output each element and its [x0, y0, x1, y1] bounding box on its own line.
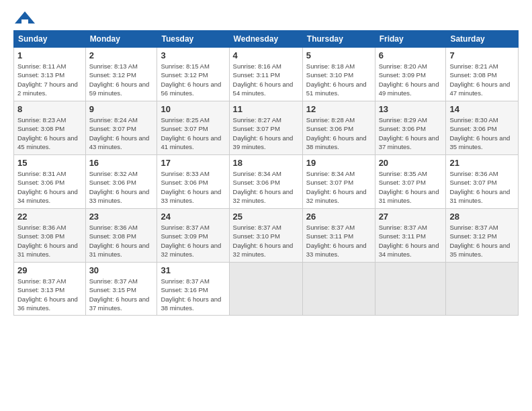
day-number: 19 — [306, 158, 371, 168]
day-number: 8 — [17, 104, 82, 114]
col-wednesday: Wednesday — [229, 31, 302, 48]
page-container: Sunday Monday Tuesday Wednesday Thursday… — [0, 0, 532, 322]
day-number: 29 — [17, 265, 82, 275]
day-detail: Sunrise: 8:23 AM Sunset: 3:08 PM Dayligh… — [17, 116, 82, 151]
calendar-cell: 23 Sunrise: 8:36 AM Sunset: 3:08 PM Dayl… — [85, 209, 157, 263]
day-detail: Sunrise: 8:11 AM Sunset: 3:13 PM Dayligh… — [17, 62, 82, 97]
calendar-cell: 26 Sunrise: 8:37 AM Sunset: 3:11 PM Dayl… — [302, 209, 375, 263]
calendar-table: Sunday Monday Tuesday Wednesday Thursday… — [13, 30, 519, 316]
day-number: 31 — [161, 265, 225, 275]
day-number: 1 — [17, 50, 82, 60]
col-tuesday: Tuesday — [157, 31, 229, 48]
day-detail: Sunrise: 8:37 AM Sunset: 3:12 PM Dayligh… — [449, 223, 515, 259]
day-detail: Sunrise: 8:36 AM Sunset: 3:08 PM Dayligh… — [89, 223, 154, 259]
calendar-header-row: Sunday Monday Tuesday Wednesday Thursday… — [14, 31, 519, 48]
calendar-cell: 28 Sunrise: 8:37 AM Sunset: 3:12 PM Dayl… — [446, 209, 519, 263]
calendar-cell: 18 Sunrise: 8:34 AM Sunset: 3:06 PM Dayl… — [229, 155, 302, 209]
day-detail: Sunrise: 8:37 AM Sunset: 3:10 PM Dayligh… — [233, 223, 299, 259]
day-detail: Sunrise: 8:20 AM Sunset: 3:09 PM Dayligh… — [379, 62, 443, 97]
col-monday: Monday — [85, 31, 157, 48]
calendar-cell — [229, 263, 302, 316]
day-detail: Sunrise: 8:37 AM Sunset: 3:15 PM Dayligh… — [89, 277, 154, 312]
day-detail: Sunrise: 8:35 AM Sunset: 3:07 PM Dayligh… — [379, 169, 443, 205]
day-detail: Sunrise: 8:13 AM Sunset: 3:12 PM Dayligh… — [89, 62, 154, 97]
calendar-cell: 13 Sunrise: 8:29 AM Sunset: 3:06 PM Dayl… — [375, 101, 446, 155]
day-number: 22 — [17, 212, 82, 222]
logo — [13, 10, 35, 24]
col-friday: Friday — [375, 31, 446, 48]
day-detail: Sunrise: 8:34 AM Sunset: 3:07 PM Dayligh… — [306, 169, 371, 205]
day-number: 17 — [161, 158, 225, 168]
day-number: 18 — [233, 158, 299, 168]
calendar-cell: 22 Sunrise: 8:36 AM Sunset: 3:08 PM Dayl… — [14, 209, 86, 263]
day-number: 9 — [89, 104, 154, 114]
svg-rect-1 — [21, 19, 28, 24]
day-number: 20 — [379, 158, 443, 168]
day-detail: Sunrise: 8:36 AM Sunset: 3:07 PM Dayligh… — [449, 169, 515, 205]
calendar-cell: 10 Sunrise: 8:25 AM Sunset: 3:07 PM Dayl… — [157, 101, 229, 155]
day-detail: Sunrise: 8:36 AM Sunset: 3:08 PM Dayligh… — [17, 223, 82, 259]
calendar-cell: 2 Sunrise: 8:13 AM Sunset: 3:12 PM Dayli… — [85, 48, 157, 101]
day-detail: Sunrise: 8:25 AM Sunset: 3:07 PM Dayligh… — [161, 116, 225, 151]
day-detail: Sunrise: 8:34 AM Sunset: 3:06 PM Dayligh… — [233, 169, 299, 205]
day-number: 26 — [306, 212, 371, 222]
day-number: 12 — [306, 104, 371, 114]
day-detail: Sunrise: 8:37 AM Sunset: 3:13 PM Dayligh… — [17, 277, 82, 312]
calendar-cell: 17 Sunrise: 8:33 AM Sunset: 3:06 PM Dayl… — [157, 155, 229, 209]
day-number: 15 — [17, 158, 82, 168]
day-detail: Sunrise: 8:37 AM Sunset: 3:11 PM Dayligh… — [379, 223, 443, 259]
calendar-cell: 3 Sunrise: 8:15 AM Sunset: 3:12 PM Dayli… — [157, 48, 229, 101]
day-detail: Sunrise: 8:37 AM Sunset: 3:09 PM Dayligh… — [161, 223, 225, 259]
day-number: 11 — [233, 104, 299, 114]
calendar-cell: 11 Sunrise: 8:27 AM Sunset: 3:07 PM Dayl… — [229, 101, 302, 155]
col-thursday: Thursday — [302, 31, 375, 48]
calendar-cell — [446, 263, 519, 316]
day-number: 27 — [379, 212, 443, 222]
day-number: 13 — [379, 104, 443, 114]
col-sunday: Sunday — [14, 31, 86, 48]
calendar-cell: 20 Sunrise: 8:35 AM Sunset: 3:07 PM Dayl… — [375, 155, 446, 209]
calendar-cell: 7 Sunrise: 8:21 AM Sunset: 3:08 PM Dayli… — [446, 48, 519, 101]
calendar-cell: 6 Sunrise: 8:20 AM Sunset: 3:09 PM Dayli… — [375, 48, 446, 101]
day-detail: Sunrise: 8:18 AM Sunset: 3:10 PM Dayligh… — [306, 62, 371, 97]
day-detail: Sunrise: 8:32 AM Sunset: 3:06 PM Dayligh… — [89, 169, 154, 205]
day-number: 3 — [161, 50, 225, 60]
day-number: 16 — [89, 158, 154, 168]
calendar-cell: 24 Sunrise: 8:37 AM Sunset: 3:09 PM Dayl… — [157, 209, 229, 263]
day-number: 21 — [449, 158, 515, 168]
calendar-cell — [302, 263, 375, 316]
day-number: 2 — [89, 50, 154, 60]
day-number: 6 — [379, 50, 443, 60]
day-detail: Sunrise: 8:28 AM Sunset: 3:06 PM Dayligh… — [306, 116, 371, 151]
day-number: 25 — [233, 212, 299, 222]
day-detail: Sunrise: 8:16 AM Sunset: 3:11 PM Dayligh… — [233, 62, 299, 97]
calendar-cell: 25 Sunrise: 8:37 AM Sunset: 3:10 PM Dayl… — [229, 209, 302, 263]
calendar-cell: 1 Sunrise: 8:11 AM Sunset: 3:13 PM Dayli… — [14, 48, 86, 101]
day-number: 23 — [89, 212, 154, 222]
day-detail: Sunrise: 8:29 AM Sunset: 3:06 PM Dayligh… — [379, 116, 443, 151]
day-number: 5 — [306, 50, 371, 60]
logo-icon — [15, 10, 35, 26]
calendar-cell: 14 Sunrise: 8:30 AM Sunset: 3:06 PM Dayl… — [446, 101, 519, 155]
header — [13, 10, 519, 24]
day-detail: Sunrise: 8:33 AM Sunset: 3:06 PM Dayligh… — [161, 169, 225, 205]
calendar-cell: 19 Sunrise: 8:34 AM Sunset: 3:07 PM Dayl… — [302, 155, 375, 209]
calendar-cell: 16 Sunrise: 8:32 AM Sunset: 3:06 PM Dayl… — [85, 155, 157, 209]
day-number: 24 — [161, 212, 225, 222]
day-detail: Sunrise: 8:37 AM Sunset: 3:11 PM Dayligh… — [306, 223, 371, 259]
calendar-cell: 21 Sunrise: 8:36 AM Sunset: 3:07 PM Dayl… — [446, 155, 519, 209]
day-detail: Sunrise: 8:31 AM Sunset: 3:06 PM Dayligh… — [17, 169, 82, 205]
day-detail: Sunrise: 8:24 AM Sunset: 3:07 PM Dayligh… — [89, 116, 154, 151]
day-detail: Sunrise: 8:15 AM Sunset: 3:12 PM Dayligh… — [161, 62, 225, 97]
calendar-cell: 8 Sunrise: 8:23 AM Sunset: 3:08 PM Dayli… — [14, 101, 86, 155]
col-saturday: Saturday — [446, 31, 519, 48]
calendar-cell: 15 Sunrise: 8:31 AM Sunset: 3:06 PM Dayl… — [14, 155, 86, 209]
day-number: 30 — [89, 265, 154, 275]
day-detail: Sunrise: 8:30 AM Sunset: 3:06 PM Dayligh… — [449, 116, 515, 151]
calendar-cell: 5 Sunrise: 8:18 AM Sunset: 3:10 PM Dayli… — [302, 48, 375, 101]
calendar-cell: 29 Sunrise: 8:37 AM Sunset: 3:13 PM Dayl… — [14, 263, 86, 316]
day-detail: Sunrise: 8:27 AM Sunset: 3:07 PM Dayligh… — [233, 116, 299, 151]
day-number: 28 — [449, 212, 515, 222]
calendar-cell: 9 Sunrise: 8:24 AM Sunset: 3:07 PM Dayli… — [85, 101, 157, 155]
day-number: 10 — [161, 104, 225, 114]
